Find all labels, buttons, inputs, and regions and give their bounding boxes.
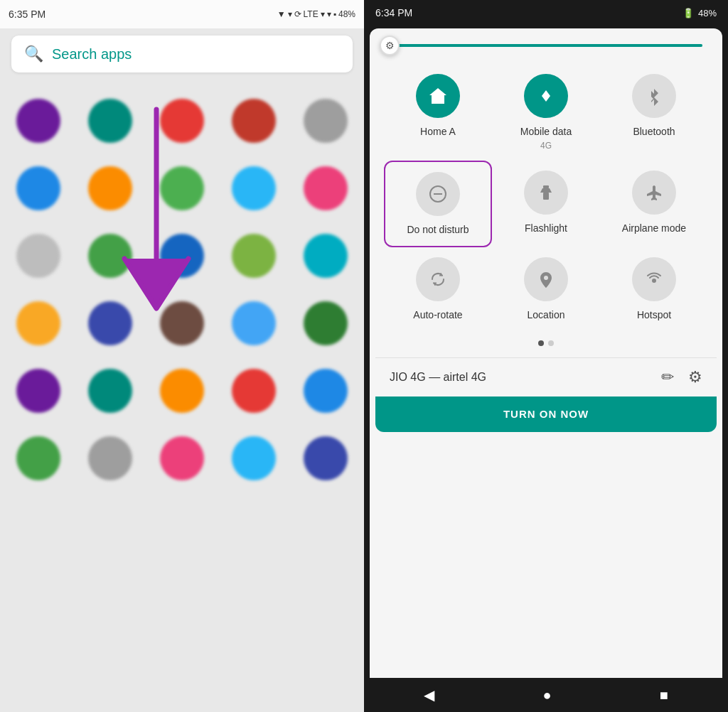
quick-panel: ⚙ Home AMobile data4GBluetoothDo not dis… [370,28,722,678]
list-item [289,222,361,289]
recents-button[interactable]: ■ [660,687,668,703]
svg-rect-3 [543,185,549,188]
list-item [289,357,361,424]
toggle-do-not-disturb[interactable]: Do not disturb [384,161,492,247]
svg-rect-5 [543,193,549,200]
list-item [218,289,289,357]
left-time: 6:35 PM [9,9,46,20]
svg-marker-4 [540,188,552,193]
list-item [75,357,146,424]
search-icon: 🔍 [24,45,43,63]
list-item [75,289,146,357]
toggle-auto-rotate[interactable]: Auto-rotate [384,247,492,331]
flashlight-circle [524,171,568,215]
list-item [75,87,146,154]
right-battery-icon: 🔋 [682,8,694,18]
search-bar[interactable]: 🔍 Search apps [11,36,353,72]
list-item [289,289,361,357]
do-not-disturb-circle [416,172,460,216]
brightness-icon: ⚙ [385,40,395,51]
brightness-slider[interactable]: ⚙ [390,44,702,47]
wifi-icon: ▾ [288,9,292,19]
list-item [3,87,75,154]
nav-bar: ◀ ● ■ [370,678,722,712]
home-a-circle [416,74,460,118]
right-status-icons: 🔋 48% [682,8,717,18]
list-item [3,222,75,289]
mobile-data-circle [524,74,568,118]
left-panel: 6:35 PM ▼ ▾ ⟳ LTE ▾ ▾ ▪ 48% 🔍 Search app… [0,0,364,712]
turn-on-bar[interactable]: TURN ON NOW [375,397,717,432]
mobile-data-label: Mobile data [520,125,572,138]
settings-icon[interactable]: ⚙ [688,368,702,387]
home-a-label: Home A [420,125,456,138]
airplane-mode-circle [632,171,676,215]
list-item [218,87,289,154]
brightness-thumb[interactable]: ⚙ [380,36,400,55]
toggle-mobile-data[interactable]: Mobile data4G [492,64,600,161]
list-item [146,289,218,357]
list-item [218,222,289,289]
toggle-bluetooth[interactable]: Bluetooth [600,64,708,161]
page-dots [370,335,722,357]
right-battery: 48% [698,8,717,18]
brightness-row[interactable]: ⚙ [370,28,722,58]
list-item [75,154,146,222]
list-item [218,357,289,424]
svg-marker-0 [429,88,446,104]
location-label: Location [528,308,565,321]
list-item [146,154,218,222]
turn-on-text: TURN ON NOW [503,408,589,420]
hotspot-circle [632,257,676,301]
flashlight-label: Flashlight [525,222,567,234]
back-button[interactable]: ◀ [424,686,434,703]
left-battery: 48% [338,9,355,19]
battery-icon: ▪ [333,9,336,19]
sync-icon: ⟳ [294,9,301,19]
list-item [218,424,289,492]
toggle-airplane-mode[interactable]: Airplane mode [600,161,708,247]
list-item [75,424,146,492]
location-circle [524,257,568,301]
list-item [3,357,75,424]
bottom-bar: JIO 4G — airtel 4G ✏ ⚙ [375,357,717,397]
list-item [289,424,361,492]
auto-rotate-label: Auto-rotate [413,308,462,321]
toggle-home-a[interactable]: Home A [384,64,492,161]
svg-point-6 [652,279,656,283]
toggle-location[interactable]: Location [492,247,600,331]
signal3-icon: ▾ [327,9,331,19]
list-item [3,154,75,222]
dot-1 [538,340,544,346]
slider-track [400,44,702,47]
bluetooth-circle [632,74,676,118]
signal-icon: ▼ [277,9,286,19]
right-panel: 6:34 PM 🔋 48% ⚙ Home AMobile data4GBluet… [364,0,728,712]
list-item [146,424,218,492]
signal2-icon: ▾ [321,9,325,19]
right-status-bar: 6:34 PM 🔋 48% [364,0,728,26]
left-status-bar: 6:35 PM ▼ ▾ ⟳ LTE ▾ ▾ ▪ 48% [0,0,364,28]
data-icon: LTE [304,9,318,19]
list-item [146,222,218,289]
bluetooth-label: Bluetooth [633,125,675,138]
mobile-data-sublabel: 4G [540,141,552,151]
list-item [3,289,75,357]
list-item [289,154,361,222]
auto-rotate-circle [416,257,460,301]
list-item [3,424,75,492]
bottom-icons: ✏ ⚙ [661,368,702,387]
right-time: 6:34 PM [375,7,412,18]
toggle-hotspot[interactable]: Hotspot [600,247,708,331]
toggle-flashlight[interactable]: Flashlight [492,161,600,247]
list-item [289,87,361,154]
toggle-grid: Home AMobile data4GBluetoothDo not distu… [370,58,722,335]
left-status-icons: ▼ ▾ ⟳ LTE ▾ ▾ ▪ 48% [277,9,355,19]
list-item [146,87,218,154]
search-placeholder: Search apps [52,46,132,63]
edit-icon[interactable]: ✏ [661,368,674,387]
do-not-disturb-label: Do not disturb [407,223,469,236]
home-button[interactable]: ● [542,687,551,703]
network-info: JIO 4G — airtel 4G [390,371,486,384]
hotspot-label: Hotspot [637,308,671,321]
